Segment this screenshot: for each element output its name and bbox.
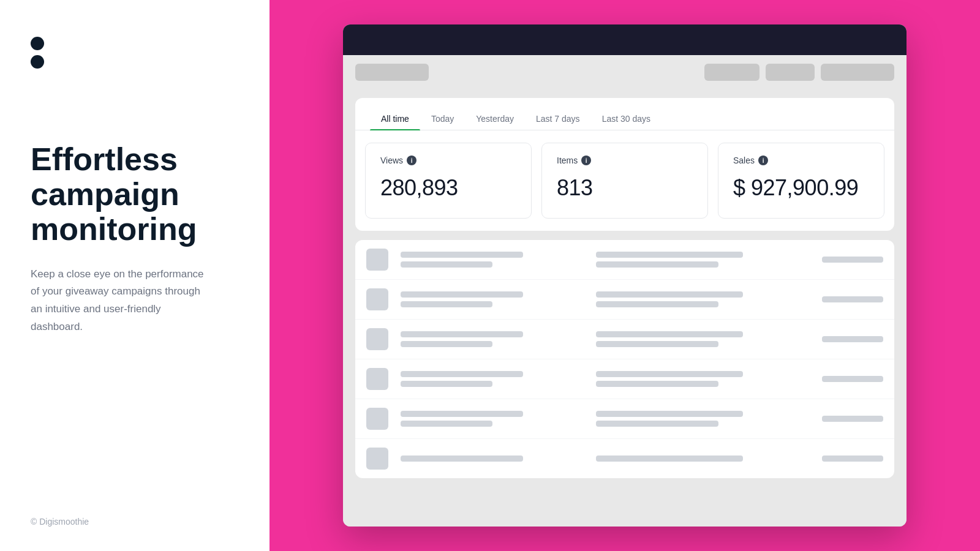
row-bar — [401, 331, 523, 337]
row-col-3 — [791, 416, 883, 422]
row-col-1 — [401, 411, 584, 427]
row-col-1 — [401, 371, 584, 387]
left-panel: Effortless campaign monitoring Keep a cl… — [0, 0, 270, 551]
row-col-3 — [791, 257, 883, 263]
toolbar-placeholder-1 — [355, 64, 429, 81]
subtext: Keep a close eye on the performance of y… — [31, 266, 214, 337]
headline: Effortless campaign monitoring — [31, 142, 239, 247]
tab-all-time[interactable]: All time — [370, 108, 420, 130]
row-bar — [822, 296, 883, 302]
dashboard-topbar — [343, 24, 907, 55]
table-row — [355, 240, 894, 280]
views-info-icon[interactable]: i — [407, 156, 417, 165]
row-bar — [596, 421, 718, 427]
row-bar — [596, 301, 718, 307]
row-col-2 — [596, 455, 779, 462]
row-thumbnail — [366, 448, 388, 470]
row-col-1 — [401, 252, 584, 268]
metric-views-value: 280,893 — [380, 175, 516, 201]
row-bar — [596, 371, 743, 377]
row-bar — [596, 381, 718, 387]
row-thumbnail — [366, 288, 388, 310]
row-bar — [822, 455, 883, 462]
row-bar — [401, 381, 492, 387]
row-bar — [822, 257, 883, 263]
row-bar — [401, 421, 492, 427]
row-thumbnail — [366, 408, 388, 430]
row-col-3 — [791, 376, 883, 382]
metric-items-value: 813 — [557, 175, 693, 201]
tab-last-7-days[interactable]: Last 7 days — [525, 108, 591, 130]
logo-dot-top — [31, 37, 44, 50]
tab-yesterday[interactable]: Yesterday — [465, 108, 525, 130]
sales-info-icon[interactable]: i — [758, 156, 768, 165]
toolbar-placeholder-3 — [766, 64, 815, 81]
row-bar — [596, 411, 743, 417]
dashboard-toolbar — [343, 55, 907, 89]
table-row — [355, 320, 894, 359]
row-bar — [401, 291, 523, 298]
row-bar — [822, 336, 883, 342]
metric-views-label: Views i — [380, 156, 516, 165]
row-bar — [401, 301, 492, 307]
toolbar-placeholder-2 — [704, 64, 760, 81]
row-bar — [596, 331, 743, 337]
row-bar — [596, 341, 718, 347]
row-col-3 — [791, 336, 883, 342]
dashboard-mockup: All time Today Yesterday Last 7 days Las… — [343, 24, 907, 527]
tab-last-30-days[interactable]: Last 30 days — [591, 108, 662, 130]
logo-dot-bottom — [31, 55, 44, 69]
row-bar — [596, 252, 743, 258]
tab-today[interactable]: Today — [420, 108, 465, 130]
metric-views: Views i 280,893 — [365, 143, 532, 219]
table-row — [355, 280, 894, 320]
toolbar-placeholder-4 — [821, 64, 894, 81]
row-bar — [822, 376, 883, 382]
row-bar — [401, 455, 523, 462]
metric-sales: Sales i $ 927,900.99 — [718, 143, 884, 219]
metric-items: Items i 813 — [541, 143, 708, 219]
row-thumbnail — [366, 328, 388, 350]
row-col-2 — [596, 411, 779, 427]
row-col-1 — [401, 331, 584, 347]
row-bar — [401, 261, 492, 268]
metric-sales-label: Sales i — [733, 156, 869, 165]
row-bar — [822, 416, 883, 422]
row-bar — [596, 291, 743, 298]
right-panel: All time Today Yesterday Last 7 days Las… — [270, 0, 980, 551]
copyright: © Digismoothie — [31, 517, 89, 527]
row-bar — [401, 371, 523, 377]
logo — [31, 37, 239, 69]
row-col-2 — [596, 252, 779, 268]
stats-card: All time Today Yesterday Last 7 days Las… — [355, 98, 894, 231]
table-row — [355, 399, 894, 439]
row-bar — [401, 411, 523, 417]
table-card — [355, 240, 894, 478]
tabs-row: All time Today Yesterday Last 7 days Las… — [355, 98, 894, 130]
row-bar — [596, 455, 743, 462]
row-bar — [401, 341, 492, 347]
row-col-1 — [401, 455, 584, 462]
metrics-row: Views i 280,893 Items i 813 — [355, 130, 894, 231]
row-thumbnail — [366, 368, 388, 390]
dashboard-content: All time Today Yesterday Last 7 days Las… — [343, 89, 907, 527]
row-bar — [401, 252, 523, 258]
items-info-icon[interactable]: i — [581, 156, 591, 165]
row-col-2 — [596, 371, 779, 387]
row-col-3 — [791, 296, 883, 302]
row-col-1 — [401, 291, 584, 307]
row-bar — [596, 261, 718, 268]
row-col-3 — [791, 455, 883, 462]
table-row — [355, 359, 894, 399]
metric-items-label: Items i — [557, 156, 693, 165]
table-row — [355, 439, 894, 478]
row-thumbnail — [366, 249, 388, 271]
row-col-2 — [596, 331, 779, 347]
row-col-2 — [596, 291, 779, 307]
left-content: Effortless campaign monitoring Keep a cl… — [31, 142, 239, 514]
metric-sales-value: $ 927,900.99 — [733, 175, 869, 201]
